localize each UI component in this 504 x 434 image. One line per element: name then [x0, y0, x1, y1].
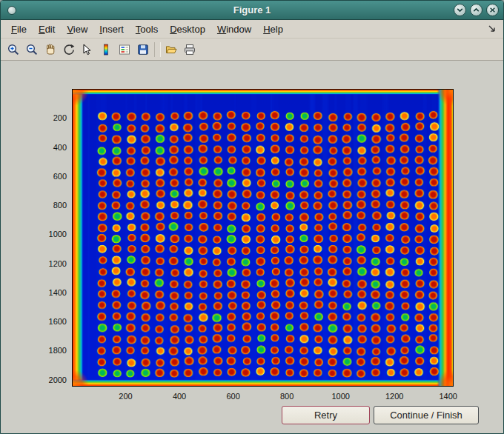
printer-icon — [183, 43, 196, 56]
open-folder-icon — [165, 43, 178, 56]
pan-button[interactable] — [42, 41, 59, 59]
menu-help[interactable]: Help — [257, 21, 289, 37]
rotate-3d-button[interactable] — [60, 41, 78, 59]
x-tick-label: 200 — [119, 392, 132, 401]
y-tick-label: 600 — [53, 172, 67, 181]
menu-bar: File Edit View Insert Tools Desktop Wind… — [1, 20, 503, 39]
y-tick-label: 400 — [53, 143, 67, 152]
open-file-button[interactable] — [162, 41, 180, 59]
zoom-in-icon — [7, 43, 20, 56]
x-tick-label: 1200 — [385, 392, 403, 401]
x-tick-label: 800 — [280, 392, 294, 401]
microarray-image — [72, 89, 454, 387]
maximize-button[interactable] — [470, 4, 483, 16]
menu-view[interactable]: View — [61, 21, 93, 37]
x-tick-label: 600 — [226, 392, 239, 401]
data-cursor-button[interactable] — [79, 41, 96, 59]
window-title: Figure 1 — [1, 4, 503, 16]
zoom-out-icon — [25, 43, 39, 56]
rotate-3d-icon — [62, 43, 76, 56]
legend-icon — [118, 43, 131, 56]
menu-desktop[interactable]: Desktop — [164, 21, 211, 37]
y-tick-label: 1800 — [49, 346, 67, 355]
y-tick-label: 200 — [53, 113, 67, 122]
figure-canvas-area: 200400600800100012001400160018002000 200… — [1, 61, 503, 433]
x-tick-label: 1400 — [439, 392, 457, 401]
title-bar[interactable]: Figure 1 — [1, 1, 503, 20]
y-tick-label: 800 — [53, 201, 67, 210]
print-figure-button[interactable] — [181, 41, 199, 59]
continue-finish-button[interactable]: Continue / Finish — [374, 406, 479, 424]
figure-window: Figure 1 File Edit View — [0, 0, 504, 434]
zoom-in-button[interactable] — [4, 41, 22, 59]
pan-hand-icon — [44, 43, 57, 56]
y-tick-label: 1200 — [49, 259, 67, 268]
menu-insert[interactable]: Insert — [93, 21, 130, 37]
y-tick-label: 2000 — [49, 375, 67, 384]
save-icon — [136, 43, 150, 56]
chevron-up-icon — [471, 5, 481, 15]
x-tick-label: 400 — [173, 392, 186, 401]
insert-colorbar-button[interactable] — [97, 41, 115, 59]
figure-toolbar — [1, 39, 503, 61]
y-tick-label: 1000 — [49, 230, 67, 238]
close-icon — [488, 5, 497, 15]
menu-file[interactable]: File — [5, 21, 33, 37]
toolbar-separator — [154, 42, 161, 57]
close-button[interactable] — [486, 4, 499, 16]
axes: 200400600800100012001400160018002000 200… — [72, 89, 455, 388]
menu-tools[interactable]: Tools — [130, 21, 164, 37]
save-figure-button[interactable] — [134, 41, 152, 59]
retry-button[interactable]: Retry — [282, 406, 370, 424]
zoom-out-button[interactable] — [23, 41, 41, 59]
chevron-down-icon — [455, 5, 465, 15]
menu-edit[interactable]: Edit — [33, 21, 61, 37]
insert-legend-button[interactable] — [116, 41, 133, 59]
shade-button[interactable] — [454, 4, 466, 16]
dock-figure-icon[interactable] — [487, 24, 497, 34]
x-tick-label: 1000 — [331, 392, 349, 401]
y-tick-label: 1400 — [49, 288, 67, 297]
menu-window[interactable]: Window — [211, 21, 257, 37]
colorbar-icon — [99, 43, 113, 56]
y-tick-label: 1600 — [49, 317, 67, 326]
data-cursor-icon — [81, 43, 94, 56]
